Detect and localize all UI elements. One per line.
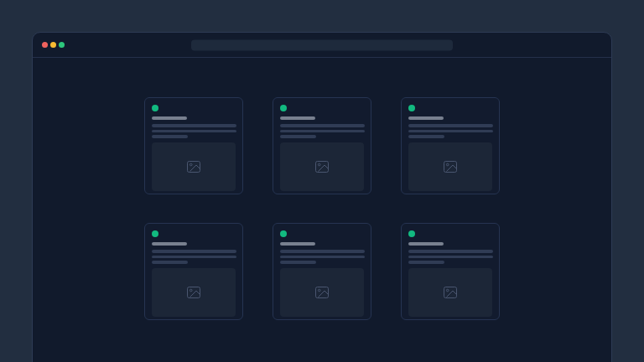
page-background: { "window": { "traffic_lights": [ {"name… [0, 0, 644, 362]
skeleton-line [408, 250, 493, 253]
skeleton-title [408, 116, 444, 120]
card[interactable] [144, 97, 243, 194]
card[interactable] [273, 97, 371, 194]
skeleton-line [280, 261, 316, 264]
skeleton-line [152, 261, 188, 264]
skeleton-line [152, 135, 188, 138]
maximize-button[interactable] [59, 42, 65, 48]
skeleton-line [408, 124, 493, 127]
status-indicator-dot [152, 230, 158, 237]
card[interactable] [401, 223, 500, 320]
skeleton-line [152, 256, 236, 259]
browser-window [32, 32, 612, 362]
image-placeholder [280, 268, 364, 317]
image-placeholder-icon [444, 287, 457, 298]
status-indicator-dot [408, 105, 415, 111]
image-placeholder [408, 142, 492, 191]
image-placeholder [152, 268, 236, 317]
image-placeholder-icon [444, 161, 457, 173]
skeleton-line [280, 130, 365, 133]
skeleton-line [152, 250, 236, 253]
status-indicator-dot [408, 230, 415, 237]
skeleton-title [152, 242, 187, 246]
close-button[interactable] [42, 42, 48, 48]
address-bar[interactable] [191, 39, 453, 50]
image-placeholder-icon [315, 287, 329, 298]
skeleton-line [408, 261, 444, 264]
status-indicator-dot [280, 105, 287, 111]
skeleton-title [408, 242, 444, 246]
image-placeholder-icon [187, 287, 200, 298]
card[interactable] [273, 223, 371, 320]
skeleton-line [280, 250, 365, 253]
image-placeholder-icon [315, 161, 329, 173]
skeleton-line [408, 256, 493, 259]
skeleton-line [152, 130, 236, 133]
content-area [33, 97, 611, 320]
image-placeholder [152, 142, 236, 191]
image-placeholder [408, 268, 492, 317]
skeleton-line [280, 124, 365, 127]
skeleton-line [408, 130, 493, 133]
status-indicator-dot [152, 105, 158, 111]
image-placeholder-icon [187, 161, 200, 173]
card[interactable] [144, 223, 243, 320]
status-indicator-dot [280, 230, 287, 237]
cards-grid [33, 97, 611, 320]
card[interactable] [401, 97, 500, 194]
traffic-lights [42, 42, 65, 48]
skeleton-title [280, 116, 315, 120]
skeleton-line [280, 135, 316, 138]
image-placeholder [280, 142, 364, 191]
skeleton-line [152, 124, 236, 127]
minimize-button[interactable] [50, 42, 56, 48]
skeleton-title [280, 242, 315, 246]
skeleton-line [280, 256, 365, 259]
skeleton-title [152, 116, 187, 120]
titlebar [33, 33, 611, 58]
skeleton-line [408, 135, 444, 138]
